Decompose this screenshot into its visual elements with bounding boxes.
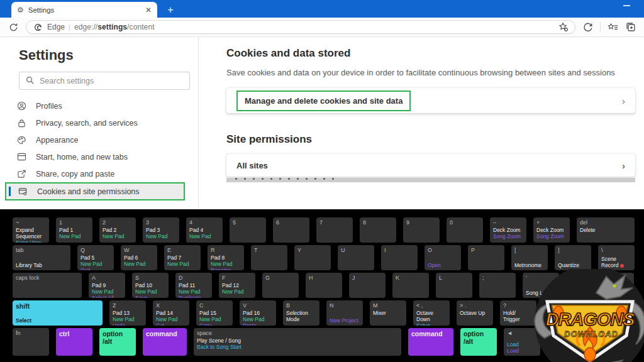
add-favorite-icon[interactable]	[558, 22, 569, 33]
key-5[interactable]: 5	[230, 217, 266, 243]
key-P[interactable]: P	[468, 245, 504, 270]
key-lbracket[interactable]: [Metronome	[511, 245, 548, 270]
key-semicolon[interactable]: ;	[479, 273, 516, 298]
sidebar-item-privacy[interactable]: Privacy, search, and services	[5, 114, 181, 131]
key-4[interactable]: 4Pad 4New Pad	[186, 217, 223, 243]
key-function-label: Pad 12	[222, 282, 252, 288]
manage-cookies-label: Manage and delete cookies and site data	[236, 90, 411, 111]
key-function-label: Pad 5	[80, 255, 111, 261]
favorites-bar-icon[interactable]	[608, 22, 618, 33]
key-function-label: Select All	[92, 295, 122, 298]
key-option-alt-left[interactable]: option /alt	[99, 328, 136, 356]
refresh-icon[interactable]	[8, 22, 19, 33]
key-minus[interactable]: –Deck ZoomSong Zoom	[490, 217, 526, 243]
key-tab[interactable]: tabLibrary Tab	[13, 245, 70, 270]
key-function-label: Pad 8	[211, 255, 241, 261]
key-V[interactable]: VPad 16New PadPaste	[240, 300, 276, 326]
all-sites-row[interactable]: All sites ›	[226, 154, 635, 177]
collections-icon[interactable]	[625, 22, 636, 33]
sidebar-item-share-copy-paste[interactable]: Share, copy and paste	[5, 165, 181, 182]
window-minimize-button[interactable]	[623, 5, 630, 6]
key-8[interactable]: 8	[360, 217, 396, 243]
key-del[interactable]: delDelete	[577, 217, 635, 243]
browser-toolbar: Edge | edge://settings/content	[0, 18, 644, 37]
key-7[interactable]: 7	[316, 217, 353, 243]
key-function-label: New Pad	[167, 261, 197, 267]
key-H[interactable]: H	[306, 273, 342, 298]
key-period[interactable]: > .Octave Up	[457, 300, 493, 326]
key-K[interactable]: K	[392, 273, 429, 298]
key-R[interactable]: RPad 8New PadRename	[208, 245, 244, 270]
key-function-label: Quantize	[558, 262, 588, 268]
key-option-alt-right[interactable]: option /alt	[460, 328, 497, 356]
sidebar-item-start-home-tabs[interactable]: Start, home, and new tabs	[5, 148, 181, 165]
sidebar-item-profiles[interactable]: Profiles	[5, 97, 181, 114]
key-U[interactable]: U	[338, 245, 374, 270]
key-B[interactable]: BSelection Mode	[283, 300, 319, 326]
sidebar-item-appearance[interactable]: Appearance	[5, 131, 181, 148]
key-function-label: New Pad	[156, 316, 186, 322]
key-6[interactable]: 6	[273, 217, 309, 243]
key-G[interactable]: G	[262, 273, 299, 298]
key-J[interactable]: J	[349, 273, 386, 298]
key-S[interactable]: SPad 10New PadSave	[132, 273, 169, 298]
key-L[interactable]: L	[436, 273, 472, 298]
browser-essentials-icon[interactable]	[582, 22, 593, 33]
key-capslock[interactable]: caps lock	[13, 273, 82, 298]
appearance-palette-icon	[16, 135, 26, 145]
key-function-label: Setup	[416, 322, 447, 326]
settings-search-box[interactable]	[19, 72, 190, 90]
toolbar-divider	[600, 22, 601, 32]
key-fn[interactable]: fn	[13, 328, 49, 356]
key-X[interactable]: XPad 14New PadCut	[153, 300, 189, 326]
key-command-left[interactable]: command	[143, 328, 187, 356]
key-function-label: Select	[16, 317, 99, 324]
key-F[interactable]: FPad 12New Pad	[219, 273, 255, 298]
browser-titlebar: ⚙ Settings ✕ +	[0, 0, 644, 18]
key-command-right[interactable]: command	[408, 328, 453, 356]
key-W[interactable]: WPad 6New Pad	[121, 245, 157, 270]
key-A[interactable]: APad 9New PadSelect All	[89, 273, 125, 298]
key-D[interactable]: DPad 11New PadDuplicate	[175, 273, 212, 298]
key-Y[interactable]: Y	[294, 245, 331, 270]
key-T[interactable]: T	[251, 245, 287, 270]
key-ctrl[interactable]: ctrl	[56, 328, 92, 356]
key-rbracket[interactable]: ]Quantize	[555, 245, 591, 270]
key-C[interactable]: CPad 15New PadCopy	[196, 300, 233, 326]
sidebar-nav: Profiles Privacy, search, and services	[19, 97, 198, 200]
key-tilde[interactable]: ~Expand SequencerSong View	[13, 217, 49, 243]
key-3[interactable]: 3Pad 3New Pad	[143, 217, 179, 243]
key-E[interactable]: EPad 7New Pad	[164, 245, 201, 270]
sidebar-item-cookies-site-permissions[interactable]: Cookies and site permissions	[5, 182, 185, 200]
key-Q[interactable]: QPad 5New PadQuit	[77, 245, 114, 270]
new-tab-button[interactable]: +	[167, 4, 174, 15]
key-comma[interactable]: < ,Octave DownSetup	[413, 300, 450, 326]
key-function-label: Metronome	[514, 262, 545, 268]
key-M[interactable]: MMixer	[370, 300, 406, 326]
key-function-label: Rename	[211, 267, 241, 270]
key-backslash[interactable]: \SceneRecord	[598, 245, 635, 270]
key-function-label: Play Scene / Song	[197, 337, 398, 344]
tab-close-icon[interactable]: ✕	[145, 6, 152, 14]
key-function-label: Pad 7	[167, 255, 197, 261]
settings-gear-icon: ⚙	[17, 6, 24, 14]
key-function-label: Pad 9	[92, 282, 122, 288]
key-1[interactable]: 1Pad 1New Pad	[56, 217, 92, 243]
key-shift[interactable]: shiftSelect	[13, 300, 103, 326]
key-O[interactable]: OOpen	[425, 245, 461, 270]
key-function-label: Copy	[199, 322, 230, 326]
key-function-label: New Pad	[199, 316, 230, 322]
search-input[interactable]	[40, 77, 183, 85]
key-2[interactable]: 2Pad 2New Pad	[99, 217, 136, 243]
key-space[interactable]: spacePlay Scene / SongBack to Song Start	[194, 328, 401, 356]
key-I[interactable]: I	[381, 245, 418, 270]
key-9[interactable]: 9	[403, 217, 440, 243]
browser-tab-settings[interactable]: ⚙ Settings ✕	[11, 2, 157, 18]
key-function-label: Back to Song Start	[197, 344, 398, 350]
manage-cookies-row[interactable]: Manage and delete cookies and site data …	[226, 88, 635, 113]
key-0[interactable]: 0	[447, 217, 483, 243]
key-plus[interactable]: +Deck ZoomSong Zoom	[533, 217, 570, 243]
address-bar[interactable]: Edge | edge://settings/content	[26, 20, 575, 34]
key-Z[interactable]: ZPad 13New PadUndo	[109, 300, 146, 326]
key-N[interactable]: NNew Project	[326, 300, 363, 326]
